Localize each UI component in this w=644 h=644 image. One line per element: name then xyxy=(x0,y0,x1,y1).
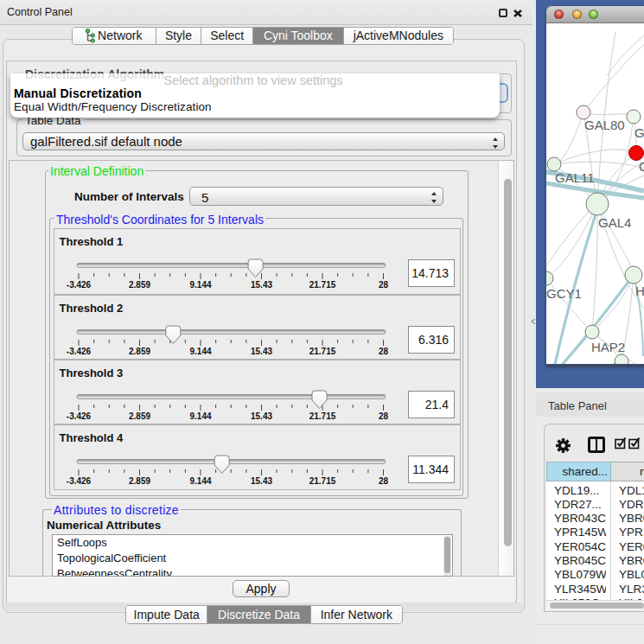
svg-text:21.715: 21.715 xyxy=(309,476,336,486)
svg-text:G: G xyxy=(634,125,644,140)
svg-text:GAL4: GAL4 xyxy=(598,215,631,230)
svg-text:21.715: 21.715 xyxy=(309,280,336,290)
svg-text:2.859: 2.859 xyxy=(129,411,150,421)
svg-text:28: 28 xyxy=(379,280,389,290)
svg-text:9.144: 9.144 xyxy=(189,347,211,356)
svg-text:-3.426: -3.426 xyxy=(67,280,92,290)
svg-text:-3.426: -3.426 xyxy=(67,347,92,356)
svg-text:2.859: 2.859 xyxy=(129,476,150,486)
svg-text:28: 28 xyxy=(379,476,389,486)
svg-text:15.43: 15.43 xyxy=(251,411,272,421)
svg-text:28: 28 xyxy=(379,411,389,421)
svg-text:C: C xyxy=(639,159,644,174)
svg-text:GAL11: GAL11 xyxy=(555,170,595,185)
svg-text:21.715: 21.715 xyxy=(309,411,336,421)
svg-text:HAP2: HAP2 xyxy=(591,340,625,354)
svg-text:-3.426: -3.426 xyxy=(67,411,92,421)
svg-text:GCY1: GCY1 xyxy=(546,286,582,301)
svg-text:28: 28 xyxy=(379,347,389,356)
svg-text:15.43: 15.43 xyxy=(251,347,272,356)
svg-text:15.43: 15.43 xyxy=(251,476,272,486)
svg-text:GAL80: GAL80 xyxy=(584,118,625,132)
svg-text:9.144: 9.144 xyxy=(189,476,211,486)
svg-text:15.43: 15.43 xyxy=(251,280,272,290)
svg-text:9.144: 9.144 xyxy=(189,280,211,290)
svg-text:9.144: 9.144 xyxy=(189,411,211,421)
svg-text:H: H xyxy=(635,284,644,298)
svg-text:2.859: 2.859 xyxy=(129,347,150,356)
svg-text:2.859: 2.859 xyxy=(129,280,150,290)
svg-text:21.715: 21.715 xyxy=(309,347,336,356)
svg-text:-3.426: -3.426 xyxy=(67,476,92,486)
